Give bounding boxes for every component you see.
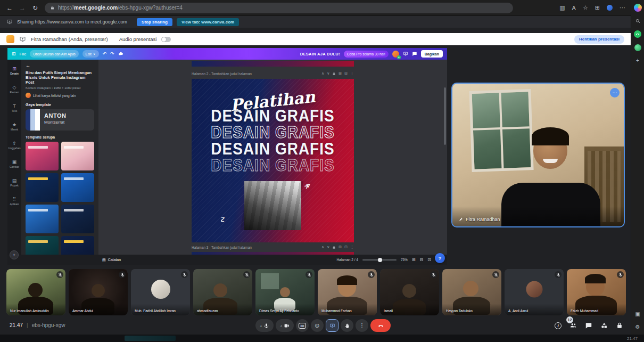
template-thumbnail[interactable] <box>26 236 59 255</box>
move-down-icon[interactable]: ∨ <box>327 71 329 76</box>
page-more-icon[interactable]: ⋮ <box>350 245 354 249</box>
move-down-icon[interactable]: ∨ <box>327 245 329 249</box>
canva-assistant-button[interactable]: + <box>10 250 19 259</box>
comment-icon[interactable] <box>412 51 417 56</box>
grid-view-icon[interactable]: ⊞ <box>412 257 416 262</box>
lock-page-icon[interactable] <box>332 246 336 249</box>
rail-item-desain[interactable]: ⊞Desain <box>7 62 21 79</box>
profile-avatar[interactable] <box>607 5 613 11</box>
shared-screen[interactable]: ⊞ File Ubah Ukuran dan Alih Ajaib Edit∨ … <box>7 48 447 265</box>
template-thumbnail[interactable] <box>61 142 94 170</box>
host-controls-button[interactable] <box>616 322 623 329</box>
captions-button[interactable]: cc <box>296 319 309 332</box>
design-headline-2[interactable]: DESAIN GRAFIS <box>192 124 354 141</box>
rail-item-aplikasi[interactable]: ⠿Aplikasi <box>7 192 21 210</box>
green-app-icon[interactable] <box>634 44 641 51</box>
taskbar-app[interactable] <box>125 336 176 341</box>
forward-button[interactable]: → <box>16 4 29 12</box>
page3-label[interactable]: Halaman 3 - Tambahkan judul halaman <box>192 246 252 249</box>
template-thumbnail[interactable] <box>26 173 59 202</box>
participant-tile[interactable]: Muh. Fadhil Abdillah Imran <box>131 269 190 315</box>
design-headline-4[interactable]: DESAIN GRAFIS <box>192 157 354 174</box>
more-menu-icon[interactable]: ⋯ <box>620 4 625 11</box>
zoom-slider[interactable] <box>362 259 397 260</box>
design-title[interactable]: DESAIN AJA DULU! <box>300 52 340 56</box>
delete-page-icon[interactable]: ⊟ <box>344 71 348 76</box>
template-style-card[interactable]: ANTON Montserrat <box>26 109 94 131</box>
search-icon[interactable] <box>635 18 641 24</box>
favorites-star-icon[interactable]: ☆ <box>583 4 588 11</box>
file-menu[interactable]: File <box>20 52 27 56</box>
edit-button[interactable]: Edit∨ <box>82 50 99 58</box>
zoom-level[interactable]: 75% <box>401 258 408 262</box>
design-page[interactable]: Pelatihan DESAIN GRAFIS DESAIN GRAFIS DE… <box>192 79 354 242</box>
page1-bottom-edge[interactable] <box>192 61 354 67</box>
chat-button[interactable] <box>585 322 592 329</box>
page2-label[interactable]: Halaman 2 - Tambahkan judul halaman <box>192 72 252 76</box>
rail-item-unggahan[interactable]: ⇧Unggahan <box>7 136 21 154</box>
participant-tile[interactable]: Nur Imanullah Aminuddin <box>6 269 65 315</box>
template-thumbnail[interactable] <box>26 205 59 233</box>
share-button[interactable]: Bagikan <box>421 50 443 58</box>
lock-page-icon[interactable] <box>332 72 336 76</box>
participant-tile[interactable]: Ismail <box>380 269 439 315</box>
mic-button[interactable]: ∧ <box>255 319 274 332</box>
duplicate-page-icon[interactable]: ⊞ <box>338 71 342 76</box>
participant-tile[interactable]: Faizh Muhammad <box>567 269 626 315</box>
resize-button[interactable]: Ubah Ukuran dan Alih Ajaib <box>30 50 78 58</box>
delete-page-icon[interactable]: ⊟ <box>344 245 348 249</box>
undo-icon[interactable]: ↶ <box>103 51 107 56</box>
view-tab-button[interactable]: View tab: www.canva.com <box>177 18 239 26</box>
participant-tile[interactable]: Dimas Setya Aji Febrianto <box>255 269 315 315</box>
refresh-button[interactable]: ↻ <box>29 4 42 12</box>
participant-tile[interactable]: Muhammad Farhan <box>318 269 377 315</box>
raise-hand-button[interactable] <box>341 319 353 332</box>
template-thumbnail[interactable] <box>61 236 94 255</box>
people-button[interactable]: 12 <box>569 322 577 329</box>
reactions-button[interactable]: ☺ <box>311 319 324 332</box>
move-up-icon[interactable]: ∧ <box>321 245 324 249</box>
more-options-button[interactable]: ⋮ <box>356 319 368 332</box>
building-photo[interactable] <box>244 181 301 230</box>
settings-gear-icon[interactable]: ⚙ <box>635 324 640 330</box>
tile-options-button[interactable]: ⋯ <box>610 88 620 97</box>
whatsapp-icon[interactable] <box>634 30 641 38</box>
rail-item-gambar[interactable]: ▣Gambar <box>7 155 21 173</box>
rail-item-merek[interactable]: ★Merek <box>7 118 21 135</box>
camera-button[interactable]: ∧ <box>276 319 294 332</box>
page-more-icon[interactable]: ⋮ <box>350 71 354 76</box>
canva-canvas[interactable]: Halaman 2 - Tambahkan judul halaman ∧ ∨ … <box>98 60 443 255</box>
rail-item-proyek[interactable]: ▤Proyek <box>7 174 21 191</box>
address-bar[interactable]: https://meet.google.com/ebs-hpgu-xgw?aut… <box>45 3 513 13</box>
meeting-details-icon[interactable]: i <box>555 322 562 329</box>
pages-view-icon[interactable]: ⊟ <box>420 257 424 262</box>
split-screen-icon[interactable]: ▥ <box>559 4 565 11</box>
design-headline-3[interactable]: DESAIN GRAFIS <box>192 141 354 157</box>
panel-icon[interactable]: ▣ <box>635 311 640 317</box>
canvas-scrollbar[interactable] <box>443 60 447 255</box>
redo-icon[interactable]: ↷ <box>110 51 114 56</box>
activities-button[interactable] <box>600 322 608 329</box>
copilot-icon[interactable] <box>634 4 642 12</box>
participant-tile[interactable]: Hayyan Tadulako <box>442 269 501 315</box>
stop-sharing-button[interactable]: Stop sharing <box>137 18 172 26</box>
canva-home-icon[interactable]: ⊞ <box>12 51 16 56</box>
present-design-icon[interactable] <box>403 51 408 56</box>
template-thumbnail[interactable] <box>26 142 59 170</box>
present-button[interactable] <box>326 319 338 332</box>
rail-item-teks[interactable]: TTeks <box>7 99 21 117</box>
participant-tile[interactable]: ahmadfauzan <box>193 269 252 315</box>
panel-back-icon[interactable]: ← <box>26 63 94 68</box>
read-aloud-icon[interactable]: A <box>572 5 576 11</box>
template-thumbnail[interactable] <box>61 173 94 202</box>
move-up-icon[interactable]: ∧ <box>321 71 324 76</box>
pinned-video-tile[interactable]: ⋯ Fitra Ramadhan <box>451 83 625 227</box>
canva-avatar[interactable] <box>392 51 399 58</box>
add-sidebar-icon[interactable]: + <box>636 58 639 64</box>
stop-presenting-button[interactable]: Hentikan presentasi <box>574 35 624 44</box>
duplicate-page-icon[interactable]: ⊞ <box>338 245 342 249</box>
help-button[interactable]: ? <box>435 253 445 263</box>
end-call-button[interactable] <box>370 319 391 332</box>
template-thumbnail[interactable] <box>61 205 94 233</box>
rail-item-elemen[interactable]: ◇Elemen <box>7 80 21 98</box>
